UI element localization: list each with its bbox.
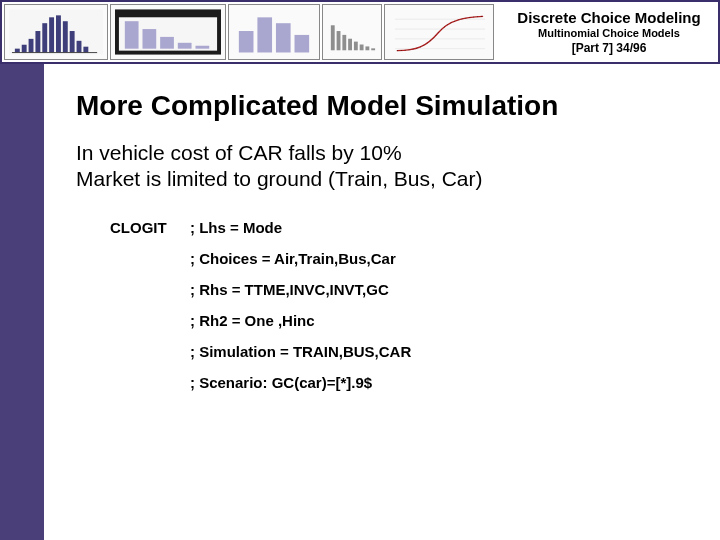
course-title: Discrete Choice Modeling [517,9,700,26]
code-row: CLOGIT ; Lhs = Mode [110,219,692,236]
svg-rect-32 [360,45,364,51]
svg-rect-4 [35,31,40,53]
thumb-histogram [4,4,108,60]
code-line: ; Simulation = TRAIN,BUS,CAR [190,343,692,360]
svg-rect-19 [195,46,209,49]
svg-rect-31 [354,42,358,51]
svg-rect-23 [257,17,272,52]
code-row: ; Choices = Air,Train,Bus,Car [110,250,692,267]
slide-paragraph: In vehicle cost of CAR falls by 10% Mark… [76,140,692,193]
para-line1: In vehicle cost of CAR falls by 10% [76,141,402,164]
slide-counter: [Part 7] 34/96 [572,41,647,55]
code-line: ; Rh2 = One ,Hinc [190,312,692,329]
header-titles: Discrete Choice Modeling Multinomial Cho… [500,2,718,62]
svg-rect-10 [77,41,82,53]
code-command-blank [110,374,190,391]
course-subtitle: Multinomial Choice Models [538,27,680,39]
code-command-blank [110,343,190,360]
svg-rect-22 [239,31,254,52]
code-row: ; Rh2 = One ,Hinc [110,312,692,329]
svg-rect-25 [295,35,310,53]
code-row: ; Rhs = TTME,INVC,INVT,GC [110,281,692,298]
slide-heading: More Complicated Model Simulation [76,90,692,122]
code-command-blank [110,281,190,298]
svg-rect-33 [365,46,369,50]
code-block: CLOGIT ; Lhs = Mode ; Choices = Air,Trai… [110,219,692,391]
svg-rect-29 [342,35,346,50]
svg-rect-16 [142,29,156,49]
code-row: ; Simulation = TRAIN,BUS,CAR [110,343,692,360]
para-line2: Market is limited to ground (Train, Bus,… [76,167,483,190]
svg-rect-24 [276,23,291,52]
code-row: ; Scenario: GC(car)=[*].9$ [110,374,692,391]
svg-rect-20 [119,11,217,16]
svg-rect-3 [29,39,34,53]
svg-rect-18 [178,43,192,49]
svg-rect-8 [63,21,68,52]
svg-rect-1 [15,49,20,53]
header-strip: Discrete Choice Modeling Multinomial Cho… [0,0,720,64]
svg-rect-11 [83,47,88,53]
code-line: ; Choices = Air,Train,Bus,Car [190,250,692,267]
svg-rect-34 [371,48,375,50]
svg-rect-27 [331,25,335,50]
svg-rect-15 [125,21,139,48]
code-line: ; Lhs = Mode [190,219,692,236]
svg-rect-28 [337,31,341,50]
slide-content: More Complicated Model Simulation In veh… [44,64,720,540]
thumb-smallbars [322,4,382,60]
code-command-blank [110,250,190,267]
code-command-blank [110,312,190,329]
thumb-paretobars [110,4,226,60]
code-line: ; Scenario: GC(car)=[*].9$ [190,374,692,391]
svg-rect-30 [348,39,352,51]
svg-rect-7 [56,15,61,52]
svg-rect-2 [22,45,27,53]
thumb-scurve [384,4,494,60]
header-thumbnails [2,2,500,62]
svg-rect-5 [42,23,47,52]
svg-rect-17 [160,37,174,49]
left-purple-sidebar [0,64,44,540]
code-line: ; Rhs = TTME,INVC,INVT,GC [190,281,692,298]
code-command: CLOGIT [110,219,190,236]
svg-rect-9 [70,31,75,53]
svg-rect-6 [49,17,54,52]
thumb-bigbars [228,4,320,60]
